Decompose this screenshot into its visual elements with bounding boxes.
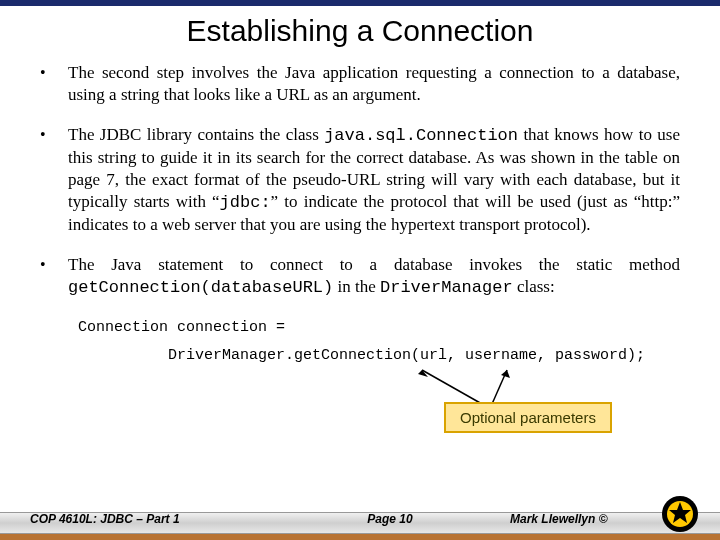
- footer-text: COP 4610L: JDBC – Part 1 Page 10 Mark Ll…: [0, 512, 720, 526]
- footer-strip: [0, 534, 720, 540]
- bullet-text: The second step involves the Java applic…: [68, 62, 680, 106]
- bullet-marker: •: [40, 62, 68, 106]
- slide-title: Establishing a Connection: [40, 14, 680, 48]
- svg-marker-3: [501, 370, 510, 378]
- bullet-text: The Java statement to connect to a datab…: [68, 254, 680, 299]
- footer-left: COP 4610L: JDBC – Part 1: [30, 512, 290, 526]
- callout-box: Optional parameters: [444, 402, 612, 433]
- slide-content: Establishing a Connection • The second s…: [0, 6, 720, 367]
- bullet-list: • The second step involves the Java appl…: [40, 62, 680, 299]
- footer-center: Page 10: [290, 512, 510, 526]
- ucf-logo-icon: [660, 494, 700, 534]
- code-line: DriverManager.getConnection(url, usernam…: [168, 345, 680, 367]
- code-block: Connection connection = DriverManager.ge…: [68, 317, 680, 367]
- svg-line-2: [492, 370, 507, 404]
- bullet-marker: •: [40, 254, 68, 299]
- bullet-item: • The second step involves the Java appl…: [40, 62, 680, 106]
- code-line: Connection connection =: [78, 317, 680, 339]
- svg-marker-1: [418, 370, 428, 377]
- bullet-item: • The Java statement to connect to a dat…: [40, 254, 680, 299]
- footer: COP 4610L: JDBC – Part 1 Page 10 Mark Ll…: [0, 512, 720, 540]
- bullet-marker: •: [40, 124, 68, 236]
- bullet-item: • The JDBC library contains the class ja…: [40, 124, 680, 236]
- bullet-text: The JDBC library contains the class java…: [68, 124, 680, 236]
- svg-line-0: [422, 370, 482, 404]
